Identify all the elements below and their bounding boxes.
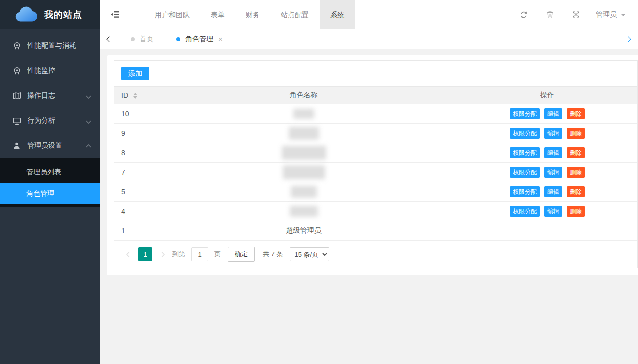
fullscreen-button[interactable] <box>563 0 589 29</box>
delete-button[interactable]: 删除 <box>567 128 585 139</box>
goto-page-input[interactable] <box>191 247 208 261</box>
cloud-logo-icon <box>14 6 37 24</box>
assign-permissions-button[interactable]: 权限分配 <box>510 108 540 119</box>
page-size-select[interactable]: 15 条/页 <box>290 247 329 261</box>
sidebar-item-behavior-analysis[interactable]: 行为分析 <box>0 108 100 133</box>
row-actions-cell <box>457 221 637 241</box>
sidebar-item-admin-list[interactable]: 管理员列表 <box>0 161 100 183</box>
tab-home[interactable]: 首页 <box>117 29 167 49</box>
current-page-button[interactable]: 1 <box>138 247 152 261</box>
edit-button[interactable]: 编辑 <box>544 108 562 119</box>
trash-button[interactable] <box>537 0 563 29</box>
book-icon <box>12 91 21 100</box>
role-name-cell: 超级管理员 <box>150 221 457 241</box>
edit-button[interactable]: 编辑 <box>544 206 562 217</box>
delete-button[interactable]: 删除 <box>567 167 585 178</box>
app-root: 我的站点 性能配置与消耗 性能监控 <box>0 0 638 364</box>
shrink-menu-icon <box>111 11 120 18</box>
content-area: 添加 ID 角色名称 <box>100 49 638 364</box>
next-page-button[interactable] <box>155 247 169 261</box>
tabs-scroll-right-button[interactable] <box>619 29 638 49</box>
user-dropdown[interactable]: 管理员 <box>589 0 638 29</box>
redacted-role-name <box>290 206 318 217</box>
table-toolbar: 添加 <box>114 61 637 86</box>
column-header-id[interactable]: ID <box>114 87 150 104</box>
table-row: 10 权限分配编辑删除 <box>114 104 637 124</box>
assign-permissions-button[interactable]: 权限分配 <box>510 186 540 197</box>
caret-down-icon <box>621 14 626 16</box>
user-name: 管理员 <box>596 10 617 19</box>
delete-button[interactable]: 删除 <box>567 147 585 158</box>
table-row: 9 权限分配编辑删除 <box>114 124 637 143</box>
assign-permissions-button[interactable]: 权限分配 <box>510 167 540 178</box>
prev-page-button[interactable] <box>121 247 135 261</box>
nav-item-site-config[interactable]: 站点配置 <box>270 0 320 29</box>
assign-permissions-button[interactable]: 权限分配 <box>510 128 540 139</box>
assign-permissions-button[interactable]: 权限分配 <box>510 147 540 158</box>
refresh-button[interactable] <box>511 0 537 29</box>
redacted-role-name <box>293 109 314 119</box>
delete-button[interactable]: 删除 <box>567 108 585 119</box>
sidebar-item-performance-monitor[interactable]: 性能监控 <box>0 58 100 83</box>
role-id-cell: 7 <box>114 163 150 182</box>
add-button[interactable]: 添加 <box>121 67 149 80</box>
chevron-left-icon <box>106 37 111 41</box>
pagination: 1 到第 页 确定 共 7 条 15 条/页 <box>114 241 637 268</box>
goto-prefix-label: 到第 <box>172 250 185 259</box>
sidebar-item-admin-settings[interactable]: 管理员设置 <box>0 133 100 158</box>
row-actions-cell: 权限分配编辑删除 <box>457 202 637 221</box>
refresh-icon <box>520 11 528 19</box>
role-id-cell: 10 <box>114 104 150 124</box>
table-row: 5 权限分配编辑删除 <box>114 182 637 202</box>
row-actions-cell: 权限分配编辑删除 <box>457 143 637 163</box>
role-management-card: 添加 ID 角色名称 <box>107 55 638 275</box>
edit-button[interactable]: 编辑 <box>544 186 562 197</box>
sort-icon[interactable] <box>133 93 137 99</box>
column-header-role-name: 角色名称 <box>150 87 457 104</box>
edit-button[interactable]: 编辑 <box>544 167 562 178</box>
role-id-cell: 1 <box>114 221 150 241</box>
chevron-down-icon <box>86 93 91 98</box>
nav-item-system[interactable]: 系统 <box>320 0 355 29</box>
sidebar: 我的站点 性能配置与消耗 性能监控 <box>0 0 100 364</box>
edit-button[interactable]: 编辑 <box>544 147 562 158</box>
chevron-up-icon <box>86 143 91 148</box>
table-row: 7 权限分配编辑删除 <box>114 163 637 182</box>
trash-icon <box>546 11 554 19</box>
tabs-scroll-left-button[interactable] <box>100 29 117 49</box>
tab-label: 首页 <box>140 35 154 44</box>
assign-permissions-button[interactable]: 权限分配 <box>510 206 540 217</box>
delete-button[interactable]: 删除 <box>567 186 585 197</box>
sidebar-item-label: 管理员设置 <box>27 141 86 150</box>
sidebar-item-role-management[interactable]: 角色管理 <box>0 183 100 204</box>
nav-item-forms[interactable]: 表单 <box>200 0 235 29</box>
main-area: 用户和团队 表单 财务 站点配置 系统 <box>100 0 638 364</box>
top-nav: 用户和团队 表单 财务 站点配置 系统 <box>144 0 355 29</box>
chevron-left-icon <box>126 252 131 257</box>
table-row: 4 权限分配编辑删除 <box>114 202 637 221</box>
sidebar-item-label: 性能配置与消耗 <box>27 41 91 50</box>
sidebar-menu: 性能配置与消耗 性能监控 操作日志 <box>0 29 100 207</box>
admin-settings-submenu: 管理员列表 角色管理 <box>0 158 100 207</box>
role-name-cell <box>150 124 457 143</box>
role-id-cell: 5 <box>114 182 150 202</box>
site-title: 我的站点 <box>44 9 82 21</box>
nav-item-finance[interactable]: 财务 <box>235 0 270 29</box>
sidebar-item-performance-config[interactable]: 性能配置与消耗 <box>0 33 100 58</box>
tab-role-management[interactable]: 角色管理 × <box>167 29 232 49</box>
tab-dot-icon <box>131 37 135 41</box>
goto-suffix-label: 页 <box>214 250 221 259</box>
delete-button[interactable]: 删除 <box>567 206 585 217</box>
sidebar-item-operation-log[interactable]: 操作日志 <box>0 83 100 108</box>
confirm-page-button[interactable]: 确定 <box>228 247 255 262</box>
nav-item-users-teams[interactable]: 用户和团队 <box>144 0 200 29</box>
close-icon[interactable]: × <box>218 35 223 43</box>
role-id-cell: 8 <box>114 143 150 163</box>
edit-button[interactable]: 编辑 <box>544 128 562 139</box>
redacted-role-name <box>291 186 317 198</box>
chevron-right-icon <box>626 37 631 41</box>
user-icon <box>12 141 21 150</box>
sidebar-item-label: 行为分析 <box>27 116 86 125</box>
row-actions-cell: 权限分配编辑删除 <box>457 163 637 182</box>
collapse-sidebar-button[interactable] <box>100 0 130 29</box>
